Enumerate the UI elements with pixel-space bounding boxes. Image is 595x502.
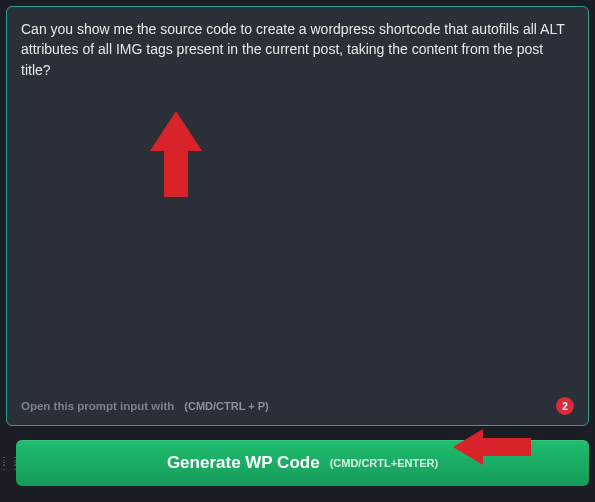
generate-button[interactable]: Generate WP Code (CMD/CRTL+ENTER) <box>16 440 589 486</box>
generate-row: ⋮⋮ ⋮⋮ Generate WP Code (CMD/CRTL+ENTER) <box>6 440 589 486</box>
annotation-arrow-up-icon <box>150 111 202 197</box>
prompt-shortcut-hint: (CMD/CTRL + P) <box>184 400 268 412</box>
prompt-hint-text: Open this prompt input with <box>21 400 174 412</box>
annotation-arrow-left-icon <box>453 429 531 465</box>
count-badge: 2 <box>556 397 574 415</box>
prompt-panel: Can you show me the source code to creat… <box>6 6 589 426</box>
generate-button-shortcut: (CMD/CRTL+ENTER) <box>330 457 438 469</box>
prompt-footer: Open this prompt input with (CMD/CTRL + … <box>21 397 574 415</box>
generate-button-label: Generate WP Code <box>167 453 320 473</box>
prompt-textarea[interactable]: Can you show me the source code to creat… <box>21 19 574 80</box>
drag-handle-icon[interactable]: ⋮⋮ ⋮⋮ <box>6 459 14 468</box>
